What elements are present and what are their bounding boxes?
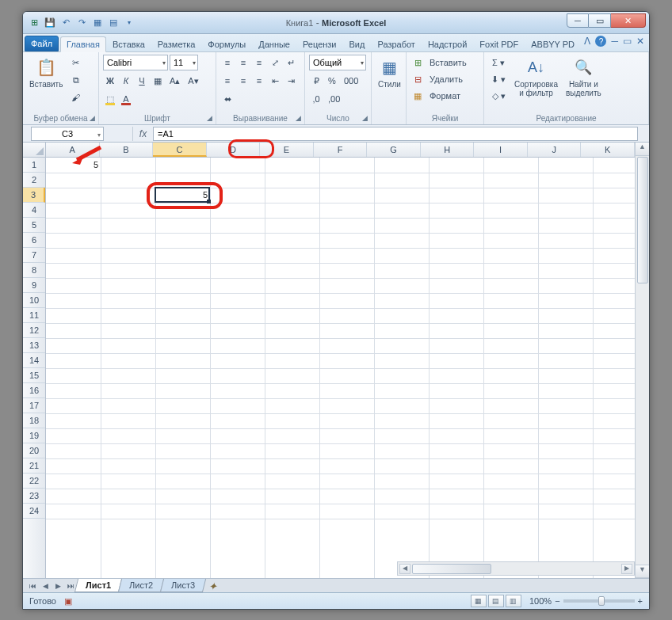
tab-data[interactable]: Данные: [252, 36, 296, 51]
dialog-launcher-icon[interactable]: ◢: [293, 113, 303, 123]
shrink-font-button[interactable]: A▾: [185, 73, 201, 89]
row-header[interactable]: 4: [23, 203, 45, 218]
scroll-down-icon[interactable]: ▼: [636, 565, 649, 578]
bold-button[interactable]: Ж: [103, 73, 117, 89]
dec-decimal-button[interactable]: ,00: [325, 91, 343, 107]
paste-button[interactable]: 📋 Вставить: [27, 55, 65, 90]
currency-button[interactable]: ₽: [309, 73, 323, 89]
minimize-button[interactable]: ─: [567, 13, 589, 28]
comma-button[interactable]: 000: [341, 73, 361, 89]
align-bot-button[interactable]: ≡: [252, 55, 266, 70]
fill-color-button[interactable]: ⬚: [103, 91, 117, 107]
dialog-launcher-icon[interactable]: ◢: [204, 113, 214, 123]
cell-a1[interactable]: 5: [46, 158, 101, 173]
row-header[interactable]: 19: [23, 428, 45, 443]
zoom-in-button[interactable]: +: [638, 596, 643, 606]
row-header[interactable]: 1: [23, 158, 45, 173]
orientation-button[interactable]: ⤢: [268, 55, 282, 70]
find-select-button[interactable]: 🔍 Найти и выделить: [563, 55, 604, 99]
fill-button[interactable]: ⬇ ▾: [488, 71, 509, 87]
maximize-button[interactable]: ▭: [589, 13, 611, 28]
tab-formulas[interactable]: Формулы: [201, 36, 252, 51]
col-header[interactable]: D: [207, 143, 261, 157]
row-header[interactable]: 6: [23, 233, 45, 248]
qat-icon[interactable]: ▤: [107, 17, 120, 29]
col-header[interactable]: C: [153, 143, 207, 157]
col-header[interactable]: G: [367, 143, 421, 157]
row-header[interactable]: 9: [23, 278, 45, 293]
row-header[interactable]: 10: [23, 293, 45, 308]
clear-button[interactable]: ◇ ▾: [488, 88, 509, 104]
wrap-button[interactable]: ↵: [284, 55, 298, 70]
redo-icon[interactable]: ↷: [75, 17, 88, 29]
undo-icon[interactable]: ↶: [59, 17, 72, 29]
save-icon[interactable]: 💾: [44, 17, 56, 29]
align-top-button[interactable]: ≡: [220, 55, 235, 70]
inc-decimal-button[interactable]: ,0: [309, 91, 323, 107]
format-painter-button[interactable]: 🖌: [68, 89, 83, 105]
styles-button[interactable]: ▦ Стили: [376, 55, 403, 90]
formula-input[interactable]: =A1: [153, 127, 638, 141]
insert-button[interactable]: Вставить: [426, 55, 470, 70]
indent-dec-button[interactable]: ⇤: [268, 73, 282, 89]
vertical-scrollbar[interactable]: ▲ ▼: [635, 143, 649, 578]
cut-button[interactable]: ✂: [68, 55, 83, 70]
cells-area[interactable]: 5 5: [46, 158, 635, 578]
col-header[interactable]: H: [421, 143, 475, 157]
row-header[interactable]: 11: [23, 308, 45, 323]
min-ribbon-icon[interactable]: ᐱ: [584, 36, 590, 47]
copy-button[interactable]: ⧉: [68, 72, 83, 88]
qat-dd-icon[interactable]: ▾: [123, 17, 136, 29]
row-header[interactable]: 3: [23, 188, 45, 203]
font-family-combo[interactable]: Calibri: [103, 55, 168, 70]
row-header[interactable]: 18: [23, 413, 45, 428]
delete-button[interactable]: Удалить: [426, 71, 466, 87]
align-center-button[interactable]: ≡: [236, 73, 250, 89]
sort-filter-button[interactable]: A↓ Сортировка и фильтр: [512, 55, 560, 99]
row-header[interactable]: 21: [23, 458, 45, 474]
col-header[interactable]: B: [100, 143, 154, 157]
row-header[interactable]: 8: [23, 263, 45, 278]
next-sheet-button[interactable]: ▶: [52, 582, 64, 590]
row-header[interactable]: 17: [23, 398, 45, 413]
italic-button[interactable]: К: [119, 73, 133, 89]
tab-insert[interactable]: Вставка: [106, 36, 151, 51]
col-header[interactable]: I: [474, 143, 528, 157]
select-all-button[interactable]: [23, 143, 46, 158]
mdi-restore-icon[interactable]: ▭: [623, 36, 632, 47]
font-size-combo[interactable]: 11: [170, 55, 198, 70]
align-left-button[interactable]: ≡: [220, 73, 235, 89]
dialog-launcher-icon[interactable]: ◢: [360, 113, 369, 123]
fx-button[interactable]: fx: [132, 127, 153, 141]
row-header[interactable]: 5: [23, 218, 45, 233]
row-header[interactable]: 7: [23, 248, 45, 263]
row-header[interactable]: 2: [23, 173, 45, 188]
underline-button[interactable]: Ч: [135, 73, 149, 89]
align-mid-button[interactable]: ≡: [236, 55, 250, 70]
tab-layout[interactable]: Разметка: [151, 36, 202, 51]
row-header[interactable]: 24: [23, 504, 45, 519]
percent-button[interactable]: %: [325, 73, 339, 89]
row-header[interactable]: 20: [23, 443, 45, 458]
pagebreak-view-button[interactable]: ▥: [506, 595, 521, 607]
tab-abbyy[interactable]: ABBYY PD: [525, 36, 581, 51]
sheet-tab[interactable]: Лист1: [74, 579, 122, 592]
col-header[interactable]: A: [46, 143, 100, 157]
help-icon[interactable]: ?: [595, 36, 606, 47]
sheet-tab[interactable]: Лист3: [160, 579, 206, 592]
close-button[interactable]: ✕: [611, 13, 646, 28]
row-header[interactable]: 12: [23, 323, 45, 338]
align-right-button[interactable]: ≡: [252, 73, 266, 89]
format-button[interactable]: Формат: [426, 88, 464, 104]
sheet-tab[interactable]: Лист2: [118, 579, 164, 592]
tab-addins[interactable]: Надстрой: [422, 36, 473, 51]
dialog-launcher-icon[interactable]: ◢: [87, 113, 97, 123]
font-color-button[interactable]: A: [119, 91, 133, 107]
indent-inc-button[interactable]: ⇥: [284, 73, 298, 89]
zoom-slider[interactable]: [563, 599, 635, 603]
horizontal-scrollbar[interactable]: ◀ ▶: [397, 561, 635, 576]
merge-button[interactable]: ⬌: [220, 91, 235, 107]
autosum-button[interactable]: Σ ▾: [488, 55, 509, 70]
row-header[interactable]: 14: [23, 353, 45, 368]
tab-file[interactable]: Файл: [25, 36, 59, 51]
